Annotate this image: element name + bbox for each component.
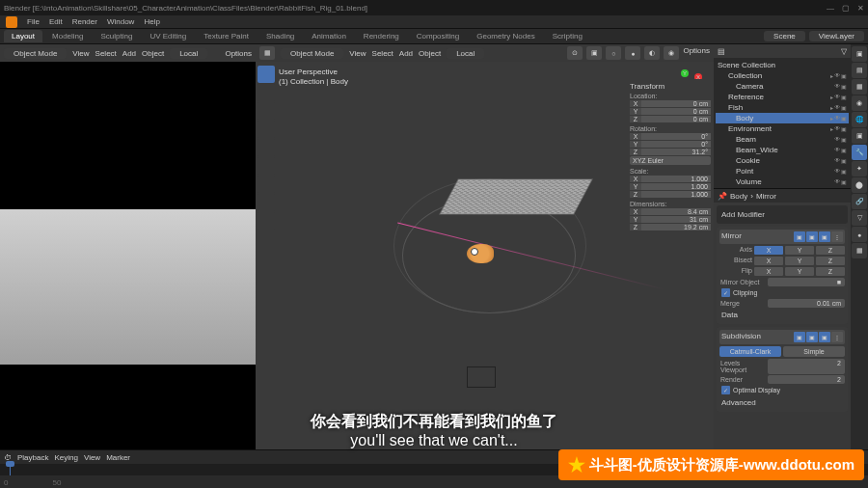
ptab-data-icon[interactable]: ▽ xyxy=(852,210,867,226)
3d-viewport[interactable]: User Perspective (1) Collection | Body X… xyxy=(256,62,714,449)
dim-x[interactable]: 8.4 cm xyxy=(641,208,711,215)
ol-beam[interactable]: Beam xyxy=(736,135,756,144)
tab-texture[interactable]: Texture Paint xyxy=(196,30,257,42)
merge-value[interactable]: 0.01 cm xyxy=(768,299,845,308)
tab-scripting[interactable]: Scripting xyxy=(545,30,590,42)
left-options[interactable]: Options xyxy=(225,49,252,58)
axis-x[interactable]: X xyxy=(754,246,783,255)
bisect-z[interactable]: Z xyxy=(816,257,845,265)
mod-render-icon[interactable]: ▣ xyxy=(806,231,818,242)
ptab-viewlayer-icon[interactable]: ▦ xyxy=(852,79,867,95)
render-preview[interactable] xyxy=(0,62,256,449)
ptab-physics-icon[interactable]: ⬤ xyxy=(852,177,867,193)
rot-x[interactable]: 0° xyxy=(641,133,711,140)
left-mode-selector[interactable]: Object Mode xyxy=(4,48,67,59)
flip-y[interactable]: Y xyxy=(785,267,814,276)
ol-beam-wide[interactable]: Beam_Wide xyxy=(736,146,778,154)
tab-rendering[interactable]: Rendering xyxy=(356,30,407,42)
fish-body-object[interactable] xyxy=(467,244,494,263)
loc-z[interactable]: 0 cm xyxy=(641,116,711,122)
minimize-icon[interactable]: — xyxy=(827,4,834,13)
tab-layout[interactable]: Layout xyxy=(4,30,42,42)
ptab-particle-icon[interactable]: ✦ xyxy=(852,161,867,176)
left-add-menu[interactable]: Add xyxy=(122,49,136,58)
tab-modeling[interactable]: Modeling xyxy=(44,30,91,42)
breadcrumb-mirror[interactable]: Mirror xyxy=(756,192,776,201)
camera-object[interactable] xyxy=(467,366,496,388)
ptab-output-icon[interactable]: ▤ xyxy=(852,63,867,78)
tl-view[interactable]: View xyxy=(84,453,100,462)
mirror-modifier-name[interactable]: Mirror xyxy=(721,231,792,242)
render-levels-value[interactable]: 2 xyxy=(768,375,845,384)
props-pin-icon[interactable]: 📌 xyxy=(718,192,727,201)
menu-edit[interactable]: Edit xyxy=(49,17,63,26)
ptab-material-icon[interactable]: ● xyxy=(852,227,867,242)
dim-z[interactable]: 19.2 cm xyxy=(641,224,711,230)
mod-menu-icon[interactable]: ⋮ xyxy=(831,231,843,242)
menu-help[interactable]: Help xyxy=(144,17,159,26)
editor-type-icon[interactable]: ▦ xyxy=(259,46,275,60)
ptab-object-icon[interactable]: ▣ xyxy=(852,128,867,144)
scene-collection[interactable]: Scene Collection xyxy=(718,61,775,69)
menu-window[interactable]: Window xyxy=(107,17,134,26)
subdiv-edit-icon[interactable]: ▣ xyxy=(819,332,830,342)
advanced-section[interactable]: Advanced xyxy=(719,396,845,409)
outliner-filter-icon[interactable]: ▽ xyxy=(841,47,847,56)
subdiv-modifier-name[interactable]: Subdivision xyxy=(721,332,792,342)
tab-animation[interactable]: Animation xyxy=(304,30,354,42)
shading-rendered-icon[interactable]: ◉ xyxy=(664,46,679,60)
tl-marker[interactable]: Marker xyxy=(106,453,130,462)
ol-body[interactable]: Body xyxy=(736,114,753,122)
mod-edit-icon[interactable]: ▣ xyxy=(819,231,830,242)
ol-environment[interactable]: Environment xyxy=(728,124,772,133)
tl-keying[interactable]: Keying xyxy=(54,453,77,462)
shading-wireframe-icon[interactable]: ○ xyxy=(606,46,621,60)
ptab-modifier-icon[interactable]: 🔧 xyxy=(852,145,867,160)
ol-collection[interactable]: Collection xyxy=(728,71,762,80)
ptab-scene-icon[interactable]: ◉ xyxy=(852,95,867,111)
vp-add-menu[interactable]: Add xyxy=(399,49,413,58)
scene-selector[interactable]: Scene xyxy=(764,31,805,41)
rotation-mode[interactable]: XYZ Euler xyxy=(630,156,711,165)
left-object-menu[interactable]: Object xyxy=(142,49,164,58)
menu-render[interactable]: Render xyxy=(72,17,97,26)
ptab-constraint-icon[interactable]: 🔗 xyxy=(852,194,867,209)
ptab-render-icon[interactable]: ▣ xyxy=(852,46,867,62)
sca-z[interactable]: 1.000 xyxy=(641,191,711,198)
mirror-data-section[interactable]: Data xyxy=(719,309,845,321)
n-panel[interactable]: Transform Location: X0 cm Y0 cm Z0 cm Ro… xyxy=(627,79,714,236)
menu-file[interactable]: File xyxy=(27,17,40,26)
cookie-plane-object[interactable] xyxy=(439,178,593,214)
ptab-texture-icon[interactable]: ▦ xyxy=(852,243,867,258)
axis-z[interactable]: Z xyxy=(816,246,845,255)
left-local-toggle[interactable]: Local xyxy=(170,48,207,59)
outliner-type-icon[interactable]: ▤ xyxy=(718,47,725,56)
tab-sculpting[interactable]: Sculpting xyxy=(94,30,141,42)
loc-x[interactable]: 0 cm xyxy=(641,100,711,107)
ol-volume[interactable]: Volume xyxy=(736,177,762,186)
ol-point[interactable]: Point xyxy=(736,167,753,176)
ptab-world-icon[interactable]: 🌐 xyxy=(852,112,867,127)
xray-icon[interactable]: ▣ xyxy=(586,46,602,60)
clipping-checkbox[interactable]: ✓ xyxy=(721,288,730,297)
tab-compositing[interactable]: Compositing xyxy=(409,30,467,42)
breadcrumb-body[interactable]: Body xyxy=(730,192,747,201)
rot-y[interactable]: 0° xyxy=(641,141,711,148)
close-icon[interactable]: ✕ xyxy=(857,4,864,13)
viewlayer-selector[interactable]: ViewLayer xyxy=(809,31,864,41)
dim-y[interactable]: 31 cm xyxy=(641,216,711,223)
vp-object-menu[interactable]: Object xyxy=(419,49,441,58)
tab-geo[interactable]: Geometry Nodes xyxy=(469,30,542,42)
vp-orientation[interactable]: Local xyxy=(447,48,484,59)
tl-playback[interactable]: Playback xyxy=(17,453,48,462)
vp-options[interactable]: Options xyxy=(683,46,710,60)
add-modifier-button[interactable]: Add Modifier xyxy=(719,208,845,221)
tab-uv[interactable]: UV Editing xyxy=(142,30,194,42)
flip-z[interactable]: Z xyxy=(816,267,845,276)
subdiv-render-icon[interactable]: ▣ xyxy=(806,332,818,342)
maximize-icon[interactable]: ▢ xyxy=(842,4,850,13)
transform-header[interactable]: Transform xyxy=(630,82,711,91)
mod-realtime-icon[interactable]: ▣ xyxy=(794,231,805,242)
bisect-y[interactable]: Y xyxy=(785,257,814,265)
tab-shading[interactable]: Shading xyxy=(258,30,302,42)
